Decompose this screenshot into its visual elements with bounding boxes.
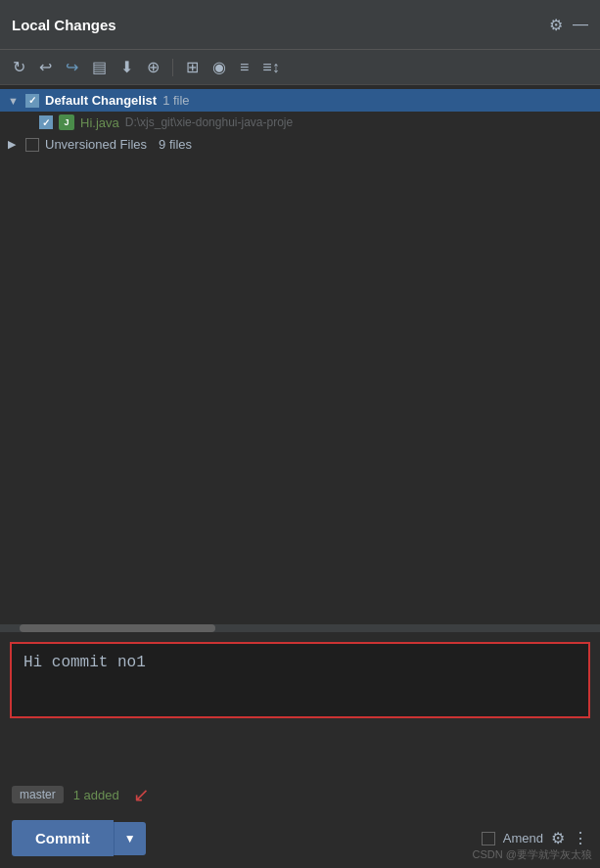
expand-arrow: ▶ [8,138,20,151]
arrow-annotation: ↙ [133,783,150,806]
default-changelist-row[interactable]: ▼ ✓ Default Changelist 1 file [0,89,600,112]
scrollbar-thumb [20,624,215,632]
group-icon[interactable]: ≡↕ [259,57,282,78]
changelist-count: 1 file [162,93,189,108]
amend-checkbox[interactable] [482,832,495,845]
unversioned-count: 9 files [159,137,192,152]
panel-title: Local Changes [12,17,549,33]
move-to-changelist-icon[interactable]: ↪ [63,56,81,78]
changelist-name: Default Changelist [45,93,157,108]
file-name: Hi.java [80,115,119,130]
update-icon[interactable]: ⬇ [117,56,136,78]
more-options-icon[interactable]: ⋮ [573,829,588,847]
spacer [0,718,600,777]
commit-message-area: Hi commit no1 [0,632,600,718]
toolbar-separator [172,59,173,76]
local-changes-panel: Local Changes ⚙ — ↻ ↩ ↪ ▤ ⬇ ⊕ ⊞ ◉ ≡ ≡↕ ▼… [0,0,600,868]
unversioned-name: Unversioned Files [45,137,147,152]
status-bar: master 1 added ↙ [0,777,600,812]
header-icons: ⚙ — [549,16,588,34]
branch-badge: master [12,786,64,803]
dropdown-arrow-icon: ▼ [124,832,136,845]
commit-button[interactable]: Commit [12,820,114,856]
file-checkbox[interactable]: ✓ [39,115,53,129]
minimize-icon[interactable]: — [573,16,588,33]
eye-icon[interactable]: ◉ [209,56,229,78]
horizontal-scrollbar[interactable] [0,624,600,632]
undo-icon[interactable]: ↩ [36,56,55,78]
move-icon[interactable]: ⊕ [144,56,162,78]
sort-icon[interactable]: ≡ [237,57,252,78]
file-tree: ▼ ✓ Default Changelist 1 file ✓ J Hi.jav… [0,85,600,624]
unversioned-checkbox[interactable] [25,138,39,152]
commit-message-wrapper: Hi commit no1 [10,642,590,718]
panel-header: Local Changes ⚙ — [0,0,600,50]
file-row-hi-java[interactable]: ✓ J Hi.java D:\xjs_git\xie-donghui-java-… [0,112,600,133]
commit-dropdown-button[interactable]: ▼ [114,822,146,855]
collapse-arrow: ▼ [8,95,20,107]
toolbar: ↻ ↩ ↪ ▤ ⬇ ⊕ ⊞ ◉ ≡ ≡↕ [0,50,600,85]
settings-small-icon[interactable]: ⚙ [551,829,565,847]
file-path: D:\xjs_git\xie-donghui-java-proje [125,115,293,129]
layout-icon[interactable]: ⊞ [183,56,202,78]
right-actions: Amend ⚙ ⋮ [482,829,588,847]
unversioned-files-row[interactable]: ▶ Unversioned Files 9 files [0,133,600,156]
java-file-icon: J [59,114,74,130]
amend-label: Amend [503,831,543,845]
refresh-icon[interactable]: ↻ [10,56,28,78]
diff-icon[interactable]: ▤ [89,56,110,78]
settings-icon[interactable]: ⚙ [549,16,563,34]
watermark: CSDN @要学就学灰太狼 [473,847,592,862]
changelist-checkbox[interactable]: ✓ [25,94,39,108]
added-status: 1 added [73,788,119,802]
commit-message-input[interactable]: Hi commit no1 [12,644,588,712]
